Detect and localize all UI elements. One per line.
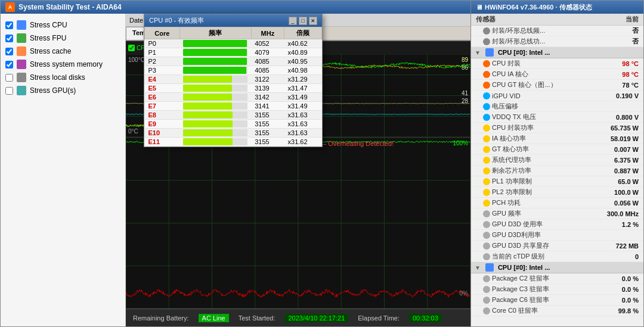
hw-section-header[interactable]: ▼ CPU [#0]: Intel ... (471, 262, 643, 273)
section-icon (485, 48, 494, 57)
col-mult: 倍频 (284, 27, 322, 39)
aida-icon: A (5, 2, 15, 12)
freq-bar-cell (179, 111, 251, 120)
freq-bar-cell (179, 120, 251, 129)
hw-sensor-row: VDDQ TX 电压 0.800 V (471, 112, 643, 123)
freq-bar-cell (179, 138, 251, 147)
col-core: Core (145, 27, 180, 39)
hw-row-name: 封装/环形总线频... (492, 26, 545, 35)
freq-bar-cell (179, 48, 251, 57)
sensor-icon (483, 38, 490, 45)
hw-sensor-row: GPU D3D 共享显存 722 MB (471, 241, 643, 251)
hw-row-current: 300.0 MHz (597, 210, 639, 217)
freq-mult: x40.98 (284, 66, 322, 75)
freq-mult: x31.62 (284, 138, 322, 147)
core-name: E5 (145, 84, 180, 93)
hw-row-label: VDDQ TX 电压 (492, 113, 536, 122)
hw-section-header[interactable]: ▼ CPU [#0]: Intel ... (471, 47, 643, 58)
core-name: P3 (145, 66, 180, 75)
hw-row-current: 58.019 W (597, 135, 639, 142)
hw-sensor-row: CPU IA 核心 98 °C (471, 69, 643, 80)
freq-mhz: 4085 (251, 57, 284, 66)
freq-mhz: 3155 (251, 129, 284, 138)
sensor-type-icon (483, 242, 490, 250)
stress-gpu-checkbox[interactable] (5, 87, 13, 95)
freq-mult: x31.63 (284, 129, 322, 138)
temp-label-100: 100°C (128, 57, 145, 63)
hw-row-current: 0.190 V (597, 92, 639, 99)
freq-mult: x31.63 (284, 111, 322, 120)
hw-row-label: CPU 封装功率 (492, 123, 534, 132)
hw-sensor-row: IA 核心功率 58.019 W (471, 133, 643, 144)
hw-top-row: 封装/环形总线频... 否 (471, 26, 643, 36)
sensor-type-icon (483, 157, 490, 164)
sensor-type-icon (483, 275, 490, 282)
stress-item-cpu[interactable]: Stress CPU (3, 18, 123, 32)
freq-bar-cell (179, 102, 251, 111)
stress-item-mem[interactable]: Stress system memory (3, 58, 123, 71)
stress-item-gpu[interactable]: Stress GPU(s) (3, 84, 123, 97)
sensor-type-icon (483, 307, 490, 314)
sensor-type-icon (483, 232, 490, 239)
ctrl-cpu-checkbox[interactable] (128, 45, 135, 51)
stress-disk-label: Stress local disks (30, 73, 85, 82)
popup-close[interactable]: ✕ (309, 17, 317, 25)
expand-arrow: ▼ (475, 49, 481, 56)
hw-sensor-row: 系统代理功率 6.375 W (471, 155, 643, 166)
stress-cpu-checkbox[interactable] (5, 21, 13, 29)
hw-row-label: Package C2 驻留率 (492, 274, 549, 283)
col-current: 当前 (626, 15, 639, 24)
freq-bar-cell (179, 129, 251, 138)
hwinfo-content[interactable]: 封装/环形总线频... 否 封装/环形总线功... 否 ▼ CPU [#0]: … (471, 26, 643, 326)
hwinfo-panel: 🖥 HWiNFO64 v7.36-4960 · 传感器状态 传感器 当前 封装/… (471, 0, 644, 327)
hw-sensor-row: 当前的 cTDP 级别 0 (471, 251, 643, 262)
hw-row-label: GT 核心功率 (492, 145, 529, 154)
hw-row-current: 722 MB (597, 242, 639, 250)
stress-disk-checkbox[interactable] (5, 74, 13, 82)
aida-title: System Stability Test - AIDA64 (18, 3, 122, 11)
popup-minimize[interactable]: _ (289, 17, 297, 25)
sensor-icon (483, 27, 490, 35)
hw-sensor-row: Package C3 驻留率 0.0 % (471, 284, 643, 295)
stress-cache-checkbox[interactable] (5, 48, 13, 55)
hw-row-label: CPU IA 核心 (492, 70, 528, 79)
hw-row-label: CPU 封装 (492, 59, 521, 68)
hw-sensor-row: GPU D3D利用率 (471, 230, 643, 241)
stress-item-disk[interactable]: Stress local disks (3, 71, 123, 84)
core-name: P0 (145, 39, 180, 48)
sensor-type-icon (483, 221, 490, 228)
cache-stress-icon (17, 46, 26, 56)
sensor-type-icon (483, 297, 490, 304)
sensor-type-icon (483, 135, 490, 142)
col-freq: 频率 (179, 27, 251, 39)
status-bar: Remaining Battery: AC Line Test Started:… (126, 309, 470, 326)
aida-titlebar: A System Stability Test - AIDA64 (1, 1, 470, 14)
temp-label-0: 0°C (128, 128, 138, 135)
sensor-type-icon (483, 189, 490, 196)
freq-bar-cell (179, 84, 251, 93)
hw-row-label: GPU 频率 (492, 209, 521, 218)
hw-row-current: 0 (597, 253, 639, 260)
hwinfo-title: HWiNFO64 v7.36-4960 · 传感器状态 (485, 3, 592, 12)
stress-sidebar: Stress CPU Stress FPU Stress cache Stres… (1, 14, 126, 326)
popup-maximize[interactable]: □ (299, 17, 307, 25)
core-name: E8 (145, 111, 180, 120)
stress-item-fpu[interactable]: Stress FPU (3, 32, 123, 45)
hw-row-current: 0.887 W (597, 167, 639, 175)
freq-mult: x31.47 (284, 84, 322, 93)
hw-row-label: 剩余芯片功率 (492, 166, 531, 175)
cpu-usage-graph: CPU Usage | CPU Throttling (max: 39%) – … (126, 138, 470, 309)
sensor-type-icon (483, 210, 490, 217)
freq-mhz: 3122 (251, 75, 284, 84)
freq-mult: x40.95 (284, 57, 322, 66)
stress-item-cache[interactable]: Stress cache (3, 45, 123, 58)
core-name: E11 (145, 138, 180, 147)
hw-row-value: 否 (597, 37, 639, 46)
stress-fpu-checkbox[interactable] (5, 35, 13, 42)
freq-mult: x31.49 (284, 102, 322, 111)
sensor-type-icon (483, 82, 490, 89)
stress-mem-checkbox[interactable] (5, 61, 13, 68)
test-started-label: Test Started: (239, 314, 275, 322)
freq-mhz: 3155 (251, 120, 284, 129)
hwinfo-titlebar: 🖥 HWiNFO64 v7.36-4960 · 传感器状态 (471, 1, 643, 14)
